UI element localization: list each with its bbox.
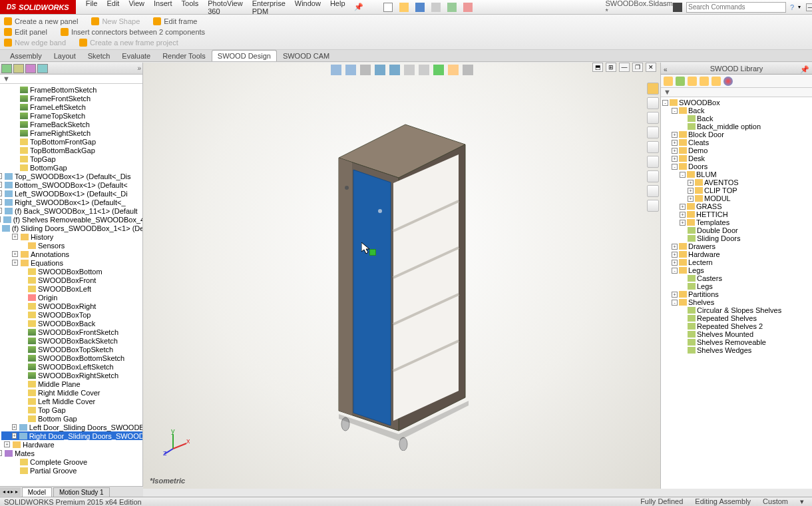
design-lib-tab-icon[interactable] <box>647 112 659 124</box>
new-doc-icon[interactable] <box>383 3 393 12</box>
motion-study-tab[interactable]: Motion Study 1 <box>53 487 110 497</box>
tab-swood-cam[interactable]: SWOOD CAM <box>277 50 335 61</box>
expander-icon[interactable]: - <box>672 300 678 306</box>
lib-box-icon[interactable] <box>688 77 697 86</box>
cmd-insert-connectors-between-2-components[interactable]: Insert connectors between 2 components <box>61 28 205 36</box>
expander-icon[interactable]: + <box>688 188 694 194</box>
swood-tab-icon[interactable] <box>647 200 659 212</box>
expander-icon[interactable]: + <box>688 196 694 202</box>
lib-item[interactable]: Repeated Shelves <box>661 314 812 322</box>
forum-tab-icon[interactable] <box>647 185 659 197</box>
ftree-item[interactable]: SWOODBoxLeft <box>1 284 142 293</box>
ftree-item[interactable]: TopGap <box>1 154 142 163</box>
ftree-item[interactable]: TopBottomBackGap <box>1 146 142 154</box>
expander-icon[interactable]: + <box>0 199 2 205</box>
lib-item[interactable]: Shelves Wedges <box>661 346 812 354</box>
lib-item[interactable]: Back_middle option <box>661 123 812 130</box>
lib-item[interactable]: +Desk <box>661 154 812 162</box>
ftree-item[interactable]: +History <box>1 232 142 241</box>
ftree-item[interactable]: FrameFrontSketch <box>1 94 142 103</box>
home-tab-icon[interactable] <box>647 83 659 95</box>
lib-item[interactable]: +Templates <box>661 218 812 226</box>
tab-layout[interactable]: Layout <box>48 50 82 61</box>
cmd-edit-panel[interactable]: Edit panel <box>4 28 47 36</box>
cmd-create-a-new-panel[interactable]: Create a new panel <box>4 17 78 25</box>
ftree-item[interactable]: Top Gap <box>1 405 142 414</box>
ftree-item[interactable]: +Hardware <box>1 440 142 449</box>
ftree-item[interactable]: SWOODBoxTop <box>1 310 142 319</box>
lib-panel-icon[interactable] <box>676 77 685 86</box>
lib-item[interactable]: +Block Door <box>661 130 812 138</box>
expander-icon[interactable]: + <box>0 182 2 188</box>
zoom-fit-icon[interactable] <box>331 65 341 75</box>
expander-icon[interactable]: + <box>12 251 18 257</box>
ftree-item[interactable]: SWOODBoxTopSketch <box>1 345 142 354</box>
ftree-item[interactable]: +Mates <box>1 449 142 457</box>
ftree-item[interactable]: +Equations <box>1 258 142 267</box>
cmd-edit-frame[interactable]: Edit frame <box>153 17 197 25</box>
menu-pin-icon[interactable]: 📌 <box>354 3 363 11</box>
display-style-icon[interactable] <box>404 65 415 75</box>
status-dropdown-icon[interactable]: ▾ <box>800 497 804 506</box>
ftree-item[interactable]: SWOODBoxRight <box>1 302 142 310</box>
feature-tree-tab-icon[interactable] <box>1 64 12 73</box>
panel-expand-icon[interactable]: » <box>137 65 141 72</box>
menu-help[interactable]: Help <box>325 0 350 17</box>
expander-icon[interactable]: + <box>12 260 18 266</box>
model-tab[interactable]: Model <box>22 487 52 497</box>
ftree-item[interactable]: FrameBackSketch <box>1 120 142 128</box>
feature-filter[interactable]: ▼ <box>0 75 142 84</box>
view-palette-tab-icon[interactable] <box>647 141 659 153</box>
expander-icon[interactable]: + <box>680 212 686 218</box>
status-units[interactable]: Custom <box>763 497 788 506</box>
graphics-viewport[interactable]: ⬒ ⊞ — ❐ ✕ <box>143 63 660 489</box>
ftree-item[interactable]: SWOODBoxLeftSketch <box>1 362 142 371</box>
lib-item[interactable]: +CLIP TOP <box>661 186 812 194</box>
ftree-item[interactable]: Left Middle Cover <box>1 397 142 405</box>
viewport-min-icon[interactable]: — <box>619 63 630 72</box>
lib-item[interactable]: +GRASS <box>661 202 812 210</box>
expander-icon[interactable]: + <box>688 180 694 186</box>
menu-window[interactable]: Window <box>290 0 325 17</box>
expander-icon[interactable]: + <box>0 216 1 222</box>
lib-item[interactable]: +Demo <box>661 146 812 154</box>
ftree-item[interactable]: Middle Plane <box>1 380 142 388</box>
search-toggle-icon[interactable] <box>673 3 682 12</box>
expander-icon[interactable]: + <box>680 220 686 226</box>
expander-icon[interactable]: + <box>4 441 10 447</box>
open-icon[interactable] <box>399 3 409 12</box>
ftree-item[interactable]: Complete Groove <box>1 457 142 466</box>
lib-item[interactable]: +Drawers <box>661 242 812 250</box>
expander-icon[interactable]: + <box>0 173 2 179</box>
menu-enterprise-pdm[interactable]: Enterprise PDM <box>248 0 290 17</box>
lib-item[interactable]: Sliding Doors <box>661 234 812 242</box>
display-tab-icon[interactable] <box>37 64 48 73</box>
section-view-icon[interactable] <box>375 65 385 75</box>
ftree-item[interactable]: +Left_SWOODBox<1> (Default<_Di <box>1 189 142 198</box>
tab-sketch[interactable]: Sketch <box>82 50 116 61</box>
ftree-item[interactable]: SWOODBoxFront <box>1 276 142 284</box>
ftree-item[interactable]: Partial Groove <box>1 466 142 475</box>
ftree-item[interactable]: FrameRightSketch <box>1 128 142 137</box>
ftree-item[interactable]: SWOODBoxFrontSketch <box>1 328 142 336</box>
lib-edge-icon[interactable] <box>711 77 721 86</box>
lib-item[interactable]: -Back <box>661 107 812 115</box>
save-icon[interactable] <box>415 3 425 12</box>
lib-item[interactable]: Repeated Shelves 2 <box>661 322 812 330</box>
viewport-split-icon[interactable]: ⊞ <box>606 63 616 72</box>
ftree-item[interactable]: +(f) Shelves Removeable_SWOODBox_4<1> (D <box>1 215 142 224</box>
expander-icon[interactable]: + <box>0 190 2 196</box>
lib-item[interactable]: +MODUL <box>661 194 812 202</box>
ftree-item[interactable]: -(f) Sliding Doors_SWOODBox_1<1> (Defaul… <box>1 224 142 232</box>
expander-icon[interactable]: + <box>680 204 686 210</box>
expander-icon[interactable]: - <box>680 172 686 178</box>
viewport-link-icon[interactable]: ⬒ <box>592 63 603 72</box>
lib-item[interactable]: Casters <box>661 274 812 282</box>
ftree-item[interactable]: FrameBottomSketch <box>1 85 142 94</box>
minimize-button[interactable]: — <box>806 3 812 11</box>
options-icon[interactable] <box>463 3 473 12</box>
expander-icon[interactable]: + <box>672 260 678 266</box>
expander-icon[interactable]: + <box>672 292 678 298</box>
lib-item[interactable]: +Partitions <box>661 290 812 298</box>
previous-view-icon[interactable] <box>360 65 371 75</box>
